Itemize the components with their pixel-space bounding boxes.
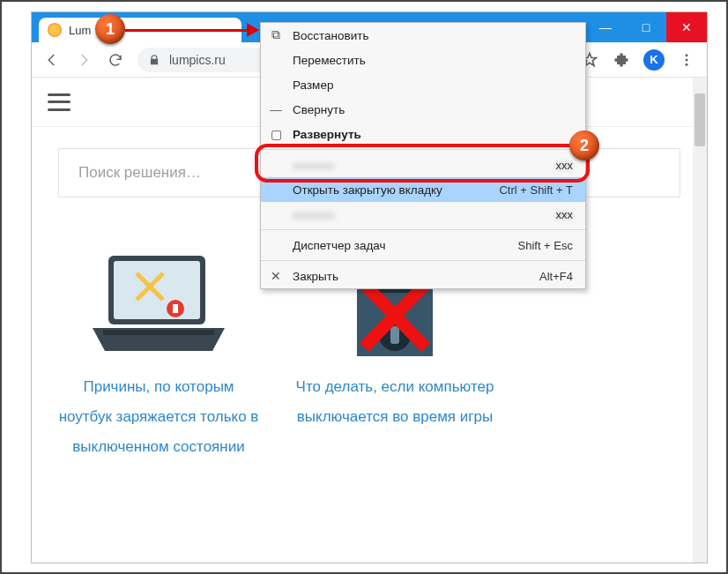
svg-rect-12 <box>390 326 399 344</box>
menu-item-reopen-closed-tab[interactable]: Открыть закрытую вкладку Ctrl + Shift + … <box>261 177 585 202</box>
url-text: lumpics.ru <box>169 53 226 67</box>
favicon-icon <box>48 23 62 37</box>
menu-item-size[interactable]: Размер <box>261 72 585 97</box>
svg-rect-6 <box>173 304 178 313</box>
search-placeholder: Поиск решения… <box>78 164 201 182</box>
menu-separator <box>261 149 585 150</box>
scrollbar-thumb[interactable] <box>695 93 705 146</box>
close-button[interactable]: ✕ <box>666 12 707 42</box>
menu-item-task-manager[interactable]: Диспетчер задач Shift + Esc <box>261 233 585 257</box>
annotation-marker-2: 2 <box>569 130 599 160</box>
menu-item-obscured[interactable]: xxxxxxxxxx <box>261 153 585 177</box>
menu-item-minimize[interactable]: — Свернуть <box>261 97 585 122</box>
article-card[interactable]: Причины, по которым ноутбук заряжается т… <box>58 231 259 462</box>
menu-item-obscured[interactable]: xxxxxxxxxx <box>261 202 585 227</box>
menu-item-move[interactable]: Переместить <box>261 48 585 72</box>
laptop-icon <box>58 231 259 372</box>
forward-button <box>74 50 93 70</box>
menu-separator <box>261 260 585 261</box>
window-controls: — □ ✕ <box>585 12 707 42</box>
system-context-menu: ⧉ Восстановить Переместить Размер — Свер… <box>260 22 586 289</box>
svg-rect-7 <box>103 330 214 335</box>
menu-shortcut: Ctrl + Shift + T <box>499 183 573 197</box>
reload-button[interactable] <box>106 50 125 70</box>
menu-item-close[interactable]: ✕ Закрыть Alt+F4 <box>261 264 585 288</box>
extensions-icon[interactable] <box>612 50 631 70</box>
card-title: Что делать, если компьютер выключается в… <box>294 372 495 432</box>
menu-item-restore[interactable]: ⧉ Восстановить <box>261 23 585 48</box>
menu-item-maximize[interactable]: ▢ Развернуть <box>261 122 585 146</box>
menu-shortcut: Shift + Esc <box>518 239 574 252</box>
menu-shortcut: Alt+F4 <box>539 270 573 283</box>
minimize-button[interactable]: — <box>585 12 626 42</box>
profile-avatar[interactable]: K <box>643 49 665 71</box>
tab-title: Lum <box>69 24 91 37</box>
scrollbar[interactable] <box>693 78 707 563</box>
minimize-icon: — <box>268 103 284 116</box>
svg-point-2 <box>686 63 688 65</box>
svg-point-1 <box>686 58 688 61</box>
svg-point-0 <box>686 54 688 56</box>
menu-dots-icon[interactable] <box>677 50 696 70</box>
maximize-button[interactable]: □ <box>626 12 666 42</box>
restore-icon: ⧉ <box>268 28 284 42</box>
close-icon: ✕ <box>268 269 284 283</box>
annotation-arrow <box>125 26 257 35</box>
annotation-marker-1: 1 <box>95 14 125 44</box>
back-button[interactable] <box>42 50 62 70</box>
lock-icon <box>148 54 160 66</box>
svg-rect-4 <box>114 261 200 319</box>
maximize-icon: ▢ <box>268 127 284 141</box>
menu-separator <box>261 229 585 230</box>
hamburger-icon[interactable] <box>48 93 71 111</box>
card-title: Причины, по которым ноутбук заряжается т… <box>58 372 259 462</box>
